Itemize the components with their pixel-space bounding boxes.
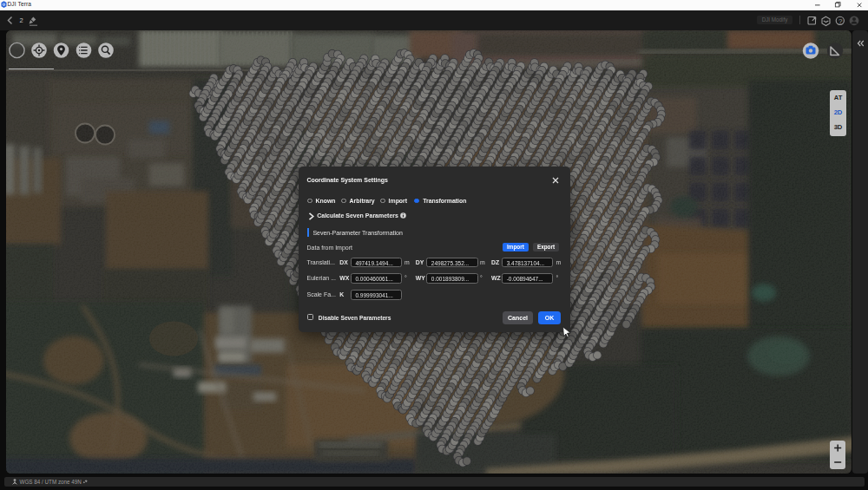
- svg-text:?: ?: [838, 16, 843, 24]
